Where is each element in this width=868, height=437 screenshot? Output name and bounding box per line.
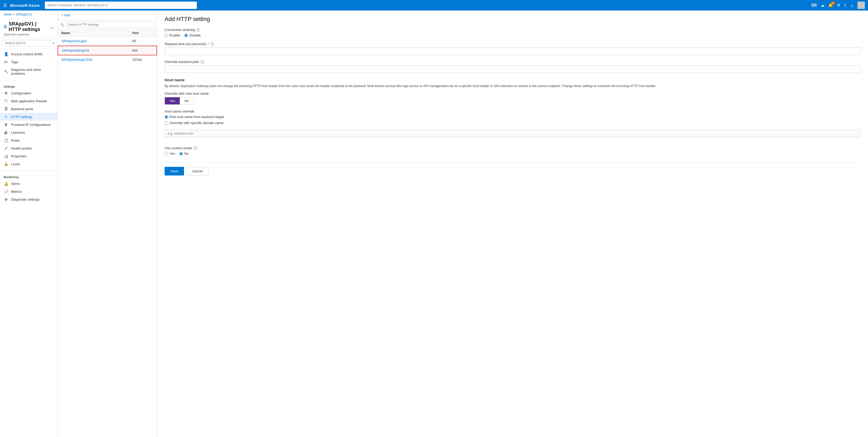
nav-section-settings: Settings ⚙ Configuration 🛡 Web applicati… <box>0 81 57 170</box>
sidebar-item-backend-pools[interactable]: 🗄 Backend pools <box>0 105 57 113</box>
override-host-name-section: Override with new host name Yes No <box>164 91 861 105</box>
settings-icon[interactable]: ⚙ <box>837 3 840 8</box>
table-row[interactable]: SRHttpSetting80 80 <box>58 37 157 46</box>
http-settings-search-input[interactable] <box>66 22 154 28</box>
override-backend-path-label: Override backend path ℹ <box>164 60 861 64</box>
override-domain-radio-option[interactable]: Override with specific domain name <box>164 121 223 125</box>
override-backend-path-section: Override backend path ℹ <box>164 60 861 73</box>
sidebar-item-waf[interactable]: 🛡 Web application firewall <box>0 97 57 105</box>
sidebar-item-frontend-ip[interactable]: 🖥 Frontend IP configurations <box>0 121 57 128</box>
disable-label: Disable <box>189 33 200 37</box>
pick-host-radio-option[interactable]: Pick host name from backend target <box>164 115 224 119</box>
add-button[interactable]: + Add <box>61 13 70 17</box>
enable-label: Enable <box>169 33 180 37</box>
table-header: Name Port <box>58 30 157 37</box>
table-row[interactable]: SRHttpSetting22334 22334 <box>58 55 157 64</box>
backend-pools-icon: 🗄 <box>4 107 8 111</box>
sidebar-item-health-probes[interactable]: 💉 Health probes <box>0 144 57 152</box>
sidebar-item-label: Properties <box>11 154 27 158</box>
request-timeout-info-icon[interactable]: ℹ <box>211 42 214 46</box>
connection-draining-info-icon[interactable]: ℹ <box>196 28 200 32</box>
row-name: SRHttpSetting22334 <box>61 58 132 62</box>
avatar[interactable] <box>858 2 865 9</box>
domain-input[interactable] <box>164 129 861 137</box>
request-timeout-input[interactable]: 20 <box>164 48 861 55</box>
ellipsis-menu[interactable]: ... <box>50 24 54 30</box>
enable-radio[interactable] <box>164 34 168 37</box>
listeners-icon: 🔊 <box>4 130 8 135</box>
sidebar-item-configuration[interactable]: ⚙ Configuration <box>0 89 57 97</box>
breadcrumb-home[interactable]: Home <box>4 12 12 16</box>
sidebar-item-diagnostic-settings[interactable]: ⚙ Diagnostic settings <box>0 196 57 203</box>
sidebar-item-rules[interactable]: 📋 Rules <box>0 137 57 144</box>
breadcrumb-current[interactable]: SRAppGV1 <box>16 12 32 16</box>
form-footer: Save Cancel <box>164 163 861 180</box>
host-name-override-label: Host name override <box>164 109 861 113</box>
global-search-input[interactable] <box>45 2 197 9</box>
sidebar-item-label: Access control (IAM) <box>11 52 42 56</box>
search-icon: 🔍 <box>60 23 64 27</box>
custom-probe-no-option[interactable]: No <box>179 152 189 155</box>
disable-radio-option[interactable]: Disable <box>184 33 200 37</box>
center-panel: + Add 🔍 Name Port SRHttpSetting80 80 SRH… <box>58 10 157 437</box>
domain-input-section <box>164 129 861 137</box>
custom-probe-no-radio[interactable] <box>179 152 183 155</box>
nav-section-main: 👤 Access control (IAM) 🏷 Tags 🔧 Diagnose… <box>0 49 57 79</box>
sidebar-search-input[interactable] <box>3 40 51 46</box>
topbar: ☰ Microsoft Azure ⌨ ☁ 🔔 4 ⚙ ? ☺ <box>0 0 868 10</box>
use-custom-probe-info-icon[interactable]: ℹ <box>194 146 197 150</box>
enable-radio-option[interactable]: Enable <box>164 33 180 37</box>
custom-probe-yes-radio[interactable] <box>164 152 168 155</box>
no-toggle-button[interactable]: No <box>180 97 194 105</box>
terminal-icon[interactable]: ⌨ <box>811 3 817 8</box>
sidebar-item-label: Rules <box>11 139 20 142</box>
center-toolbar: + Add <box>58 10 157 20</box>
sidebar-item-label: Locks <box>11 162 20 166</box>
row-port: 80 <box>132 39 153 43</box>
custom-probe-yes-option[interactable]: Yes <box>164 152 175 155</box>
override-host-name-toggle: Yes No <box>164 97 194 105</box>
sidebar-item-diagnose[interactable]: 🔧 Diagnose and solve problems <box>0 66 57 77</box>
save-button[interactable]: Save <box>164 167 184 175</box>
waf-icon: 🛡 <box>4 99 8 103</box>
page-title: SRAppGV1 | HTTP settings <box>9 21 48 32</box>
sidebar-item-listeners[interactable]: 🔊 Listeners <box>0 128 57 137</box>
form-title: Add HTTP setting <box>164 16 861 23</box>
sidebar-item-alerts[interactable]: 🔔 Alerts <box>0 180 57 187</box>
sidebar-item-label: Metrics <box>11 190 22 194</box>
notifications-icon[interactable]: 🔔 4 <box>828 3 833 8</box>
sidebar-subtitle: Application gateway <box>4 33 54 36</box>
sidebar-item-http-settings[interactable]: ≡ HTTP settings <box>0 113 57 121</box>
sidebar-item-label: HTTP settings <box>11 115 32 119</box>
host-name-desc: By default, Application Gateway does not… <box>164 84 861 88</box>
help-icon[interactable]: ? <box>844 3 846 8</box>
override-backend-path-info-icon[interactable]: ℹ <box>200 60 204 64</box>
user-icon[interactable]: ☺ <box>850 3 854 8</box>
sidebar-item-tags[interactable]: 🏷 Tags <box>0 58 57 66</box>
hamburger-icon[interactable]: ☰ <box>3 3 7 8</box>
disable-radio[interactable] <box>184 34 188 37</box>
override-backend-path-input[interactable] <box>164 65 861 73</box>
pick-host-label: Pick host name from backend target <box>169 115 224 119</box>
yes-toggle-button[interactable]: Yes <box>165 97 180 105</box>
override-host-name-label: Override with new host name <box>164 91 861 95</box>
pick-host-radio[interactable] <box>164 115 168 119</box>
alerts-icon: 🔔 <box>4 181 8 186</box>
override-domain-radio[interactable] <box>164 121 168 125</box>
table-row[interactable]: SRHttpSetting443 443 <box>58 46 157 55</box>
row-name: SRHttpSetting443 <box>62 49 132 53</box>
sidebar-collapse-button[interactable]: « <box>53 41 55 45</box>
col-header-name: Name <box>61 31 132 35</box>
nav-section-monitoring: Monitoring 🔔 Alerts 📈 Metrics ⚙ Diagnost… <box>0 172 57 205</box>
sidebar-item-label: Backend pools <box>11 107 33 111</box>
sidebar-item-metrics[interactable]: 📈 Metrics <box>0 187 57 196</box>
col-header-port: Port <box>132 31 153 35</box>
sidebar-item-locks[interactable]: 🔒 Locks <box>0 160 57 168</box>
sidebar-item-properties[interactable]: 📊 Properties <box>0 152 57 160</box>
host-name-override-radio-group: Pick host name from backend target Overr… <box>164 115 861 125</box>
override-domain-label: Override with specific domain name <box>169 121 223 125</box>
sidebar-item-label: Tags <box>11 60 18 64</box>
cancel-button[interactable]: Cancel <box>186 167 209 175</box>
sidebar-item-access-control[interactable]: 👤 Access control (IAM) <box>0 50 57 58</box>
cloud-upload-icon[interactable]: ☁ <box>820 3 825 8</box>
